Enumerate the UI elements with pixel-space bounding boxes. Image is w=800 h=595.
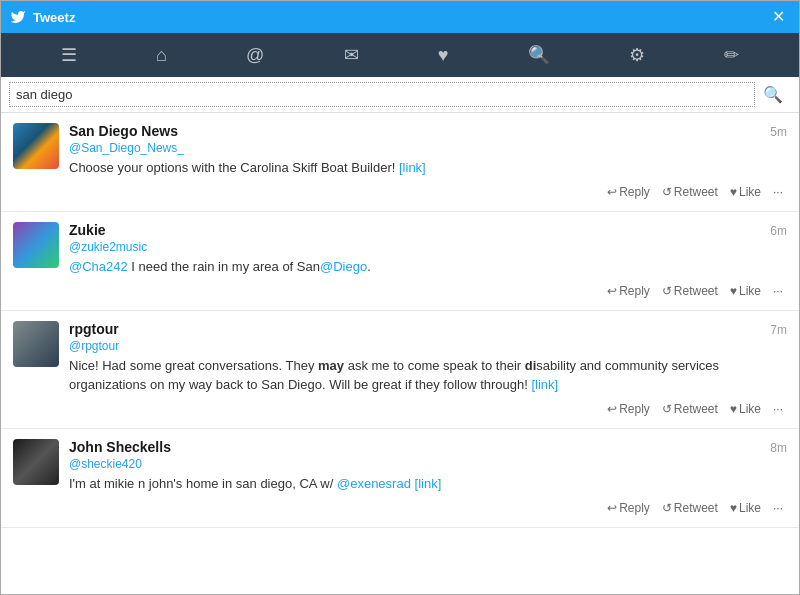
like-label-2: Like [739,284,761,298]
retweet-label-2: Retweet [674,284,718,298]
retweet-button-1[interactable]: ↺ Retweet [658,183,722,201]
like-icon-2: ♥ [730,284,737,298]
avatar-zukie [13,222,59,268]
retweet-label-4: Retweet [674,501,718,515]
reply-label-3: Reply [619,402,650,416]
app-title: Tweetz [33,10,766,25]
tweet-content-1: San Diego News 5m @San_Diego_News_ Choos… [69,123,787,201]
like-icon-1: ♥ [730,185,737,199]
tweet-header-4: John Sheckells 8m [69,439,787,455]
retweet-button-3[interactable]: ↺ Retweet [658,400,722,418]
reply-icon-3: ↩ [607,402,617,416]
more-label-4: ··· [773,501,783,515]
tweet-text-2: @Cha242 I need the rain in my area of Sa… [69,258,787,276]
more-button-2[interactable]: ··· [769,282,787,300]
tweet-2: Zukie 6m @zukie2music @Cha242 I need the… [1,212,799,311]
retweet-icon-1: ↺ [662,185,672,199]
tweet-4: John Sheckells 8m @sheckie420 I'm at mik… [1,429,799,528]
tweet-feed[interactable]: San Diego News 5m @San_Diego_News_ Choos… [1,113,799,595]
close-button[interactable]: ✕ [766,1,791,33]
reply-button-1[interactable]: ↩ Reply [603,183,654,201]
tweet-header-2: Zukie 6m [69,222,787,238]
mentions-icon[interactable]: @ [236,39,274,72]
tweet-actions-2: ↩ Reply ↺ Retweet ♥ Like ··· [69,282,787,300]
tweet-actions-3: ↩ Reply ↺ Retweet ♥ Like ··· [69,400,787,418]
search-bar: 🔍 [1,77,799,113]
tweet-timestamp-4: 8m [770,441,787,455]
like-label-3: Like [739,402,761,416]
like-icon-4: ♥ [730,501,737,515]
compose-icon[interactable]: ✏ [714,38,749,72]
avatar-rpgtour [13,321,59,367]
retweet-button-2[interactable]: ↺ Retweet [658,282,722,300]
tweet-content-2: Zukie 6m @zukie2music @Cha242 I need the… [69,222,787,300]
app-icon [9,8,27,26]
highlight-di: di [525,358,537,373]
tweet-link-4[interactable]: [link] [415,476,442,491]
more-button-3[interactable]: ··· [769,400,787,418]
tweet-header-3: rpgtour 7m [69,321,787,337]
tweet-content-3: rpgtour 7m @rpgtour Nice! Had some great… [69,321,787,417]
tweet-1: San Diego News 5m @San_Diego_News_ Choos… [1,113,799,212]
favorites-icon[interactable]: ♥ [428,39,459,72]
tweet-username-1: San Diego News [69,123,178,139]
more-label-2: ··· [773,284,783,298]
reply-button-3[interactable]: ↩ Reply [603,400,654,418]
more-label-1: ··· [773,185,783,199]
more-button-4[interactable]: ··· [769,499,787,517]
tweet-handle-4: @sheckie420 [69,457,787,471]
search-input[interactable] [9,82,755,107]
retweet-button-4[interactable]: ↺ Retweet [658,499,722,517]
tweet-3: rpgtour 7m @rpgtour Nice! Had some great… [1,311,799,428]
like-button-1[interactable]: ♥ Like [726,183,765,201]
like-button-4[interactable]: ♥ Like [726,499,765,517]
tweet-handle-3: @rpgtour [69,339,787,353]
like-label-4: Like [739,501,761,515]
like-button-2[interactable]: ♥ Like [726,282,765,300]
reply-button-2[interactable]: ↩ Reply [603,282,654,300]
tweet-username-3: rpgtour [69,321,119,337]
tweet-timestamp-3: 7m [770,323,787,337]
tweet-header-1: San Diego News 5m [69,123,787,139]
retweet-label-1: Retweet [674,185,718,199]
tweet-handle-1: @San_Diego_News_ [69,141,787,155]
retweet-icon-2: ↺ [662,284,672,298]
reply-button-4[interactable]: ↩ Reply [603,499,654,517]
tweet-username-2: Zukie [69,222,106,238]
avatar-john-sheckells [13,439,59,485]
more-label-3: ··· [773,402,783,416]
reply-icon-2: ↩ [607,284,617,298]
retweet-icon-3: ↺ [662,402,672,416]
menu-icon[interactable]: ☰ [51,38,87,72]
title-bar: Tweetz ✕ [1,1,799,33]
tweet-link-1[interactable]: [link] [399,160,426,175]
tweet-text-4: I'm at mikie n john's home in san diego,… [69,475,787,493]
more-button-1[interactable]: ··· [769,183,787,201]
retweet-icon-4: ↺ [662,501,672,515]
mention-diego[interactable]: @Diego [320,259,367,274]
reply-label-4: Reply [619,501,650,515]
mention-exenesrad[interactable]: @exenesrad [337,476,411,491]
tweet-timestamp-1: 5m [770,125,787,139]
avatar-san-diego-news [13,123,59,169]
reply-icon-1: ↩ [607,185,617,199]
tweet-text-3: Nice! Had some great conversations. They… [69,357,787,393]
retweet-label-3: Retweet [674,402,718,416]
like-button-3[interactable]: ♥ Like [726,400,765,418]
tweet-actions-4: ↩ Reply ↺ Retweet ♥ Like ··· [69,499,787,517]
tweet-content-4: John Sheckells 8m @sheckie420 I'm at mik… [69,439,787,517]
tweet-username-4: John Sheckells [69,439,171,455]
tweet-text-1: Choose your options with the Carolina Sk… [69,159,787,177]
messages-icon[interactable]: ✉ [334,38,369,72]
tweet-link-3[interactable]: [link] [531,377,558,392]
like-label-1: Like [739,185,761,199]
settings-icon[interactable]: ⚙ [619,38,655,72]
tweet-timestamp-2: 6m [770,224,787,238]
search-nav-icon[interactable]: 🔍 [518,38,560,72]
reply-label-1: Reply [619,185,650,199]
search-button[interactable]: 🔍 [755,81,791,108]
toolbar: ☰ ⌂ @ ✉ ♥ 🔍 ⚙ ✏ [1,33,799,77]
reply-label-2: Reply [619,284,650,298]
home-icon[interactable]: ⌂ [146,39,177,72]
mention-cha242[interactable]: @Cha242 [69,259,128,274]
